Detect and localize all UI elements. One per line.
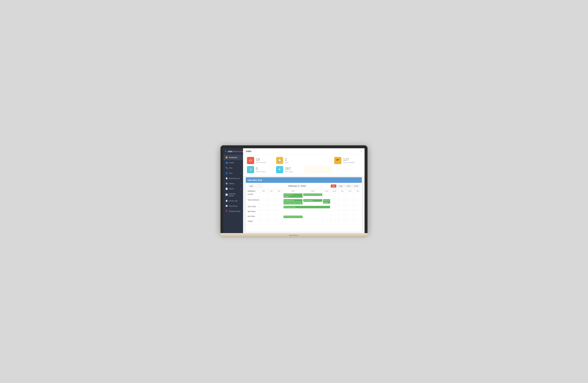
calendar-toolbar: today ‹ › February 5, 2018 day 3 days we…: [246, 183, 362, 189]
user-plus-icon: +: [240, 172, 241, 174]
open-icon: 👁: [278, 168, 281, 171]
sidebar-item-report[interactable]: 📄 Report +: [223, 186, 243, 191]
time-cell: [267, 198, 275, 205]
calendar-event[interactable]: 8 Gregory House: [284, 199, 302, 202]
view-day-button[interactable]: day: [331, 185, 336, 188]
sidebar-label-setting: Setting: [229, 183, 234, 185]
table-row: romainl 105 St John StIslington 365 Chis…: [246, 193, 362, 198]
calendar-event[interactable]: 6A St Pancras Way: [284, 206, 330, 208]
calendar-event[interactable]: 105 St John StIslington: [284, 193, 302, 198]
time-cell: [275, 198, 283, 205]
sidebar-label-user: User: [229, 172, 232, 174]
invoiced-icon: 🏷: [249, 159, 252, 162]
calendar-event[interactable]: 365 Chiswick High Rd Chiswic: [303, 193, 322, 196]
stat-card-completed: 🚩 127 Jobs Completed: [333, 156, 362, 165]
completed-label: Jobs Completed: [343, 162, 355, 163]
sidebar-item-estimate[interactable]: 📊 Estimate Master: [223, 191, 243, 198]
time-cell: 105 St John StIslington: [283, 193, 303, 198]
sidebar-item-dashboard[interactable]: 🔔 Dashboard: [223, 155, 243, 160]
open-info: 267 Jobs Open: [285, 167, 293, 172]
sidebar-item-setting[interactable]: ⚙️ Setting +: [223, 181, 243, 186]
time-cell: 13 Hill StMayfair: [323, 198, 330, 205]
time-cell: [354, 205, 362, 210]
time-cell: [330, 205, 338, 210]
time-cell: [346, 215, 354, 220]
sidebar-item-chatroom[interactable]: 💬 Chat Room: [223, 203, 243, 209]
time-cell: [338, 215, 346, 220]
time-cell: [260, 210, 267, 215]
sidebar-item-expenses[interactable]: 📋 Expenses List: [223, 176, 243, 181]
stat-spacer-1: [304, 156, 333, 165]
sidebar-label-chatroom: Chat Room: [229, 205, 237, 207]
employeemap-icon: 📍: [225, 210, 228, 212]
sidebar-logo: ≡ JOBSMANAGEMENT: [223, 148, 243, 155]
time-cell: 8 Gregory House 365 Chiswick High Rd Chi…: [283, 198, 303, 205]
open-label: Jobs Open: [285, 171, 293, 172]
pending-number: 0: [256, 167, 266, 171]
time-cell: [346, 210, 354, 215]
time-cell: [346, 220, 354, 225]
time-cell: [354, 220, 362, 225]
calendar-event[interactable]: 365 Chiswick High Rd Chiswic: [284, 216, 302, 218]
time-cell: [338, 220, 346, 225]
time-cell: 6A St Pancras Way: [283, 205, 330, 210]
time-cell: [267, 220, 275, 225]
time-cell: [260, 215, 267, 220]
time-cell: [275, 210, 283, 215]
time-6am: 6am: [260, 189, 267, 193]
sidebar-item-user[interactable]: 👤 User +: [223, 171, 243, 176]
employee-name: romainl: [246, 193, 260, 198]
dashboard-icon: 🔔: [225, 156, 228, 158]
view-month-button[interactable]: month: [352, 185, 360, 188]
time-cell: [303, 220, 323, 225]
calendar-event[interactable]: 13 Hill StMayfair: [323, 199, 330, 203]
time-11am: 11am: [323, 189, 330, 193]
time-cell: [330, 210, 338, 215]
today-button[interactable]: today: [248, 185, 255, 188]
sidebar-label-dashboard: Dashboard: [229, 156, 237, 158]
laptop-brand: MacBook: [289, 234, 299, 236]
sidebar-item-invoice[interactable]: 📋 Invoice Job: [223, 198, 243, 203]
calendar-event[interactable]: 55 Bishopsgate: [303, 199, 322, 202]
sidebar-label-estimate: Estimate Master: [229, 193, 241, 197]
time-cell: [346, 198, 354, 205]
sidebar-item-jobs[interactable]: 🔧 Jobs: [223, 165, 243, 171]
view-3days-button[interactable]: 3 days: [337, 185, 344, 188]
expenses-icon: 📋: [225, 177, 228, 179]
employees-header: Employees: [246, 189, 260, 193]
time-cell: [323, 193, 330, 198]
time-cell: [275, 193, 283, 198]
sidebar-item-clients[interactable]: 👥 Clients: [223, 160, 243, 165]
time-cell: [330, 193, 338, 198]
time-cell: 55 Bishopsgate: [303, 198, 323, 205]
prev-button[interactable]: ‹: [256, 184, 259, 188]
calendar-header: Date Wise Task: [246, 177, 362, 183]
time-cell: [260, 193, 267, 198]
next-button[interactable]: ›: [260, 184, 263, 188]
table-row: Temp employee 8 Gregory House 365 Chiswi…: [246, 198, 362, 205]
calendar-grid: Employees 6am 7am 8am 9am 10am 11am 12pm…: [246, 189, 362, 225]
laptop-wrapper: ≡ JOBSMANAGEMENT 🔔 Dashboard 👥 Clients 🔧…: [220, 145, 368, 238]
pending-icon-box: ☰: [247, 166, 254, 173]
close-icon[interactable]: ×: [361, 150, 362, 153]
time-cell: [346, 205, 354, 210]
time-3pm: 3pm: [354, 189, 362, 193]
time-cell: [338, 193, 346, 198]
calendar-date-title: February 5, 2018: [264, 185, 330, 187]
sms-info: 2 SMS: [285, 158, 289, 163]
calendar-table: Employees 6am 7am 8am 9am 10am 11am 12pm…: [246, 189, 362, 225]
stat-card-invoiced: 🏷 19 Jobs Invoiced: [246, 156, 275, 165]
calendar-section: Date Wise Task today ‹ › February 5, 201…: [246, 177, 362, 232]
stat-spacer-3: [333, 165, 362, 174]
hamburger-icon[interactable]: ≡: [225, 150, 226, 153]
view-week-button[interactable]: week: [345, 185, 352, 188]
employee-name: Ash White: [246, 215, 260, 220]
time-cell: [267, 193, 275, 198]
calendar-event[interactable]: 365 Chiswick High Rd Chiswic: [284, 202, 302, 204]
time-cell: [303, 215, 323, 220]
invoiced-label: Jobs Invoiced: [256, 162, 266, 163]
pending-label: Jobs Pending: [256, 171, 266, 172]
sidebar-item-employeemap[interactable]: 📍 Employee Map: [223, 209, 243, 214]
sidebar-label-report: Report: [229, 188, 234, 190]
screen-inner: ≡ JOBSMANAGEMENT 🔔 Dashboard 👥 Clients 🔧…: [223, 148, 365, 233]
